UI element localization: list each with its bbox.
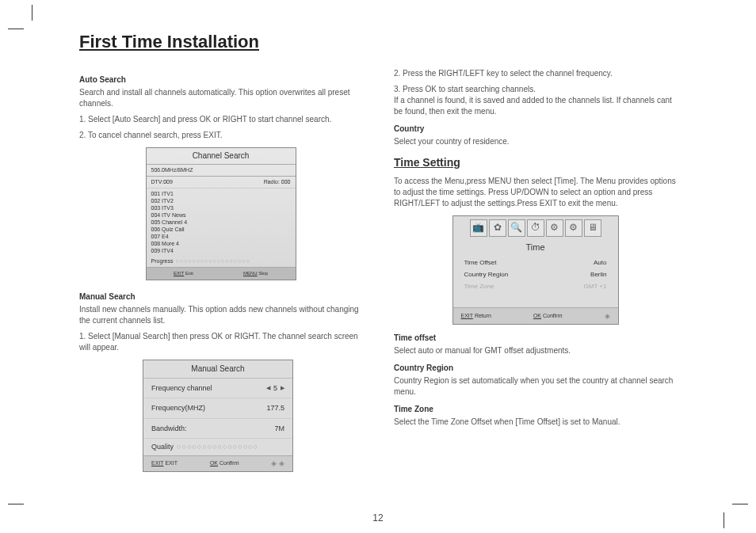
exit-hint: EXIT EXIT — [151, 459, 178, 467]
right-column: 2. Press the RIGHT/LEFT key to select th… — [394, 68, 677, 478]
manual-search-heading: Manual Search — [79, 291, 362, 303]
panel-title: Channel Search — [147, 148, 296, 164]
ok-hint: OK Confirm — [533, 312, 563, 320]
label: Bandwidth: — [151, 424, 187, 434]
dpad-icon: ◈ ◈ — [271, 459, 284, 469]
body-text: Select the Time Zone Offset when [Time O… — [394, 417, 677, 428]
panel-title: Manual Search — [143, 360, 292, 379]
right-arrow-icon[interactable]: ▶ — [281, 384, 284, 392]
list-item: 006 Quiz Call — [151, 226, 291, 233]
body-text: 3. Press OK to start searching channels. — [394, 84, 677, 95]
list-item: 008 More 4 — [151, 240, 291, 247]
list-item: 003 ITV3 — [151, 204, 291, 211]
progress-label: Progress — [151, 257, 174, 265]
dpad-icon: ◈ — [605, 311, 610, 322]
time-setting-heading: Time Setting — [394, 155, 677, 171]
list-item: 005 Channel 4 — [151, 219, 291, 226]
body-text: Search and install all channels automati… — [79, 87, 362, 109]
auto-search-heading: Auto Search — [79, 74, 362, 86]
radio-count: Radio: 000 — [264, 178, 291, 186]
value: Auto — [594, 258, 606, 267]
time-icon[interactable]: ⏱ — [527, 219, 544, 237]
label: Time Offset — [464, 258, 497, 267]
media-icon[interactable]: ✿ — [489, 219, 506, 237]
list-item: 004 ITV News — [151, 211, 291, 219]
list-item: 001 ITV1 — [151, 190, 291, 197]
body-text: If a channel is found, it is saved and a… — [394, 95, 677, 117]
body-text: 2. Press the RIGHT/LEFT key to select th… — [394, 68, 677, 79]
menu-icon-bar: 📺 ✿ 🔍 ⏱ ⚙ ⚙ 🖥 — [453, 216, 618, 240]
progress-dots: ○○○○○○○○○○○○○○○○○○ — [176, 257, 250, 265]
display-icon[interactable]: 🖥 — [584, 219, 601, 237]
list-item: 002 ITV2 — [151, 197, 291, 204]
value: 5 — [273, 383, 277, 394]
panel-frequency: 506.0MHz/8MHZ — [147, 164, 296, 177]
body-text: Select your country of residence. — [394, 136, 677, 147]
quality-dots: ○○○○○○○○○○○○○○○○ — [177, 442, 258, 452]
manual-search-panel: Manual Search Frequency channel ◀ 5 ▶ Fr… — [143, 360, 293, 472]
settings-icon[interactable]: ⚙ — [546, 219, 563, 237]
dtv-count: DTV:009 — [151, 178, 173, 186]
time-offset-heading: Time offset — [394, 333, 677, 344]
body-text: 1. Select [Manual Search] then press OK … — [79, 331, 362, 353]
label: Frequency(MHZ) — [151, 403, 205, 413]
body-text: 2. To cancel channel search, press EXIT. — [79, 130, 362, 141]
value: 177.5 — [266, 403, 284, 413]
label: Frequency channel — [151, 383, 212, 394]
list-item: 009 ITV4 — [151, 247, 291, 254]
page-number: 12 — [0, 512, 756, 523]
label: Country Region — [464, 270, 509, 279]
value: Berlin — [590, 270, 606, 279]
exit-hint: EXIT Exit — [174, 270, 193, 276]
left-arrow-icon[interactable]: ◀ — [266, 384, 270, 392]
skip-hint: MENU Skip — [243, 270, 268, 276]
country-region-heading: Country Region — [394, 363, 677, 374]
body-text: To access the Menu,press MENU then selec… — [394, 176, 677, 209]
channel-list: 001 ITV1 002 ITV2 003 ITV3 004 ITV News … — [147, 188, 296, 257]
body-text: Select auto or manual for GMT offset adj… — [394, 345, 677, 356]
left-column: Auto Search Search and install all chann… — [79, 68, 362, 478]
page-title: First Time Installation — [79, 32, 677, 52]
tv-icon[interactable]: 📺 — [470, 219, 487, 237]
body-text: Install new channels manually. This opti… — [79, 304, 362, 326]
exit-hint: EXIT Return — [461, 312, 491, 320]
country-heading: Country — [394, 124, 677, 135]
label: Time Zone — [464, 282, 494, 291]
list-item: 007 E4 — [151, 233, 291, 240]
time-panel: 📺 ✿ 🔍 ⏱ ⚙ ⚙ 🖥 Time Time Offset Auto Coun… — [452, 215, 619, 326]
ok-hint: OK Confirm — [210, 459, 239, 467]
value: GMT +1 — [584, 282, 607, 291]
panel-title: Time — [453, 240, 618, 257]
value: 7M — [274, 424, 284, 434]
settings-alt-icon[interactable]: ⚙ — [565, 219, 582, 237]
search-icon[interactable]: 🔍 — [508, 219, 525, 237]
time-zone-heading: Time Zone — [394, 404, 677, 415]
quality-label: Quality — [151, 442, 174, 452]
body-text: 1. Select [Auto Search] and press OK or … — [79, 114, 362, 125]
channel-search-panel: Channel Search 506.0MHz/8MHZ DTV:009 Rad… — [146, 147, 296, 280]
body-text: Country Region is set automatically when… — [394, 375, 677, 398]
